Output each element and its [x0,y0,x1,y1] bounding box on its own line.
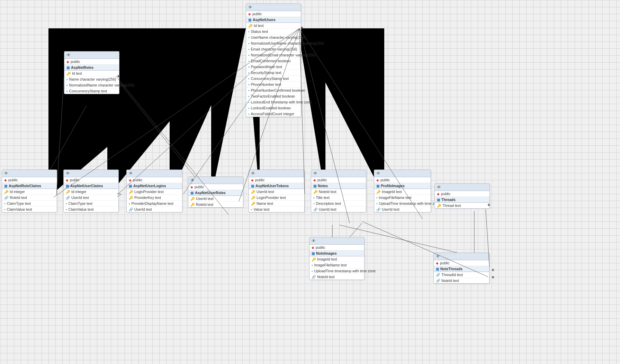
entity-name-label: ProfileImages [381,184,405,188]
diamond-icon: ◆ [251,178,254,182]
field-label: NormalizedUserName character varying(256… [251,41,324,45]
field-label: UserName character varying(256) [251,35,306,39]
field-concurrencystamp: ▪ ConcurrencyStamp text [246,76,301,82]
field-icon: ▪ [66,78,68,81]
field-label: ProviderDisplayName text [132,201,173,206]
diamond-icon: ◆ [4,178,7,182]
key-icon: 🔑 [190,197,195,201]
diamond-icon: ◆ [376,178,379,182]
entity-name-label: Threads [441,198,456,202]
field-id: 🔑 Id text [64,71,119,76]
entity-aspnetuserclaims-header: 👁 [64,170,118,177]
entity-aspnetuserlogins-schema: ◆ public [127,177,182,183]
entity-name-label: NoteImages [316,251,337,255]
field-label: UserId text [319,207,336,211]
field-label: TwoFactorEnabled boolean [251,94,295,98]
schema-label: public [255,178,264,182]
field-label: ConcurrencyStamp text [251,76,289,81]
diamond-icon: ◆ [66,178,69,182]
field-label: LockoutEnd timestamp with time zone [251,100,312,104]
field-icon: ▪ [66,89,68,93]
field-email: ▪ Email character varying(256) [246,46,301,52]
entity-aspnetroles: 👁 ◆ public ▦ AspNetRoles 🔑 Id text ▪ Nam… [64,51,119,94]
field-label: UserId text [257,190,274,194]
field-thread: 🔑 Thread text [435,203,489,208]
field-icon: ▪ [248,100,250,104]
field-icon: ▪ [248,89,250,92]
eye-icon: 👁 [436,254,440,259]
field-securitystamp: ▪ SecurityStamp text [246,70,301,76]
field-providerdisplayname: ▪ ProviderDisplayName text [127,201,182,207]
entity-notethreads-schema: ◆ public [434,260,489,266]
field-icon: ▪ [376,202,378,206]
field-normalizedname: ▪ NormalizedName character varying(256) [64,82,119,88]
schema-label: public [195,185,204,189]
entity-aspnetuserlogins-header: 👁 [127,170,182,177]
entity-aspnetroleclaims-schema: ◆ public [2,177,57,183]
field-label: AccessFailedCount integer [251,112,294,116]
entity-profileimages: 👁 ◆ public ▦ ProfileImages 🔑 ImageId tex… [374,170,431,212]
diamond-icon: ◆ [248,12,251,16]
entity-aspnetroleclaims-header: 👁 [2,170,57,177]
field-loginprovider: 🔑 LoginProvider text [249,195,304,201]
eye-icon: 👁 [437,185,441,190]
eye-icon: 👁 [4,171,8,176]
schema-label: public [70,178,79,182]
eye-icon: 👁 [251,171,255,176]
field-icon: ▪ [248,112,250,116]
fk-icon: 🔗 [376,208,380,211]
plus-aspnetroles: + [117,73,120,79]
entity-aspnetuserclaims-schema: ◆ public [64,177,118,183]
entity-threads-schema: ◆ public [435,191,489,197]
entity-profileimages-schema: ◆ public [374,177,431,183]
field-claimtype: ▪ ClaimType text [2,201,57,207]
field-label: PasswordHash text [251,65,282,69]
key-icon: 🔑 [129,190,133,194]
entity-notethreads-header: 👁 [434,253,489,260]
field-name: 🔑 Name text [249,201,304,207]
field-label: Title text [316,195,330,200]
entity-notethreads-name: ▦ NoteThreads [434,266,489,272]
diamond-icon: ◆ [436,261,439,265]
field-label: ClaimValue text [7,207,32,211]
field-icon: ▪ [66,208,67,211]
fk-icon: 🔗 [436,279,440,283]
field-label: ThreadId text [441,273,463,277]
entity-name-label: AspNetUserLogins [133,184,166,188]
field-status: ▪ Status text [246,29,301,35]
plus-threads: + [487,202,490,208]
field-label: Email character varying(256) [251,47,297,51]
field-icon: ▪ [248,42,250,45]
field-label: Id integer [71,190,87,194]
key-icon: 🔑 [313,190,317,194]
field-icon: ▪ [66,202,67,206]
field-label: UserId text [134,207,152,211]
field-label: Id text [72,71,82,75]
field-label: UploadTime timestamp with time zone [314,269,376,273]
field-claimvalue: ▪ ClaimValue text [2,207,57,212]
field-label: UploadTime timestamp with time zone [379,201,441,206]
field-concurrencystamp: ▪ ConcurrencyStamp text [64,88,119,94]
entity-name-label: AspNetUserRoles [195,191,226,195]
field-value: ▪ Value text [249,207,304,212]
key-icon: 🔑 [251,196,255,200]
entity-aspnetuserclaims: 👁 ◆ public ▦ AspNetUserClaims 🔑 Id integ… [63,170,119,212]
field-roleid: 🔗 RoleId text [2,195,57,201]
table-icon: ▦ [129,184,132,188]
entity-aspnetuserroles: 👁 ◆ public ▦ AspNetUserRoles 🔑 UserId te… [188,176,243,208]
key-icon: 🔑 [251,202,255,206]
entity-aspnetusers-name: ▦ AspNetUsers [246,17,301,23]
key-icon: 🔑 [66,190,70,194]
field-threadid: 🔗 ThreadId text [434,272,489,278]
field-icon: ▪ [248,36,250,39]
field-noteid: 🔑 NoteId text [311,189,366,195]
entity-name-label: AspNetUserClaims [70,184,103,188]
field-label: ImageFileName text [314,263,347,267]
field-twofactorenabled: ▪ TwoFactorEnabled boolean [246,93,301,99]
field-icon: ▪ [248,53,250,57]
field-providerkey: 🔑 ProviderKey text [127,195,182,201]
entity-aspnetroles-header: 👁 [64,52,119,59]
field-userid: 🔗 UserId text [127,207,182,212]
entity-name-label: Notes [318,184,328,188]
field-icon: ▪ [248,106,250,110]
